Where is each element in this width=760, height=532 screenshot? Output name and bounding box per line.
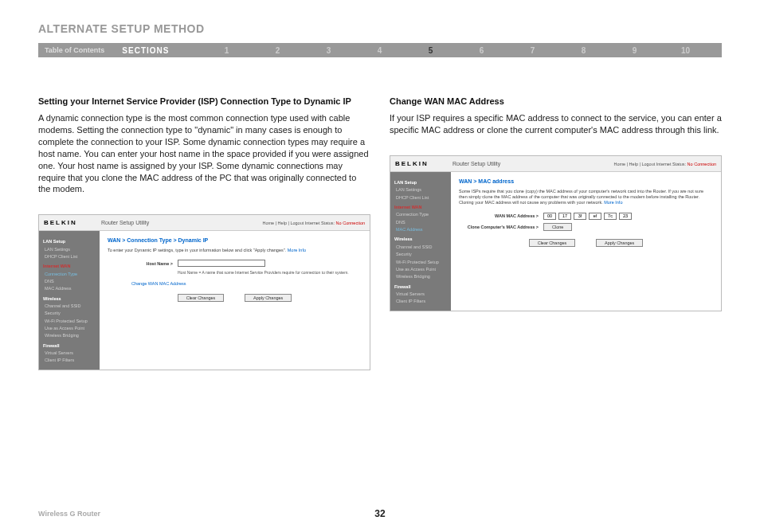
sb2-security[interactable]: Security	[394, 251, 447, 258]
status-no-connection: No Connection	[336, 221, 365, 225]
sb2-wps[interactable]: Wi-Fi Protected Setup	[394, 259, 447, 266]
more-info-link[interactable]: More Info	[288, 248, 306, 252]
sb-internet-wan[interactable]: Internet WAN	[43, 263, 96, 270]
sb-wireless[interactable]: Wireless	[43, 295, 96, 303]
sb2-use-as-ap[interactable]: Use as Access Point	[394, 266, 447, 273]
mac-0[interactable]	[543, 213, 556, 220]
nav-9[interactable]: 9	[609, 46, 660, 55]
sb-connection-type[interactable]: Connection Type	[43, 271, 96, 278]
nav-3[interactable]: 3	[303, 46, 354, 55]
right-body: If your ISP requires a specific MAC addr…	[390, 112, 722, 136]
nav-2[interactable]: 2	[252, 46, 303, 55]
sb-wps[interactable]: Wi-Fi Protected Setup	[43, 318, 96, 325]
top-links[interactable]: Home | Help | Logout Internet Status: No…	[262, 221, 365, 225]
breadcrumb-dynamic-ip: WAN > Connection Type > Dynamic IP	[108, 237, 362, 243]
mac-4[interactable]	[604, 213, 617, 220]
page-number: 32	[374, 508, 385, 519]
sb-firewall[interactable]: Firewall	[43, 342, 96, 350]
sb2-wireless[interactable]: Wireless	[394, 236, 447, 243]
change-wan-mac-link[interactable]: Change WAN MAC Address	[131, 281, 362, 286]
left-heading: Setting your Internet Service Provider (…	[38, 96, 370, 108]
top-links-text: Home | Help | Logout Internet Status:	[262, 221, 335, 225]
sb-use-as-ap[interactable]: Use as Access Point	[43, 325, 96, 332]
nav-5[interactable]: 5	[405, 46, 456, 55]
clear-changes-button[interactable]: Clear Changes	[178, 294, 225, 302]
sb-client-ip-filters[interactable]: Client IP Filters	[43, 357, 96, 364]
sb2-mac-address[interactable]: MAC Address	[394, 226, 447, 233]
sb-channel-ssid[interactable]: Channel and SSID	[43, 303, 96, 310]
nav-4[interactable]: 4	[354, 46, 405, 55]
screenshot-mac-address: BELKIN Router Setup Utility Home | Help …	[390, 155, 722, 311]
page-footer: Wireless G Router 32	[38, 510, 722, 518]
utility-title: Router Setup Utility	[101, 220, 262, 225]
clone-button[interactable]: Clone	[543, 223, 572, 231]
sb-virtual-servers[interactable]: Virtual Servers	[43, 350, 96, 357]
top-links-text-2: Home | Help | Logout Internet Status:	[613, 162, 686, 166]
brand-logo-2: BELKIN	[395, 160, 452, 167]
more-info-link-2[interactable]: More Info	[604, 200, 622, 205]
desc-dynamic-ip: To enter your Dynamic IP settings, type …	[108, 248, 362, 253]
sb2-lan-settings[interactable]: LAN Settings	[394, 186, 447, 194]
sb2-channel-ssid[interactable]: Channel and SSID	[394, 244, 447, 251]
sidebar-right: LAN Setup LAN Settings DHCP Client List …	[390, 172, 451, 311]
nav-1[interactable]: 1	[201, 46, 252, 55]
desc-mac-text: Some ISPs require that you clone (copy) …	[459, 189, 703, 205]
sb-security[interactable]: Security	[43, 310, 96, 317]
sb2-client-ip-filters[interactable]: Client IP Filters	[394, 298, 447, 305]
apply-changes-button[interactable]: Apply Changes	[245, 294, 292, 302]
page-title: ALTERNATE SETUP METHOD	[38, 22, 722, 35]
status-no-connection-2: No Connection	[688, 162, 716, 166]
desc-text: To enter your Dynamic IP settings, type …	[108, 248, 286, 252]
nav-6[interactable]: 6	[456, 46, 507, 55]
sb-lan-setup[interactable]: LAN Setup	[43, 238, 96, 245]
right-heading: Change WAN MAC Address	[390, 96, 722, 108]
sb2-dns[interactable]: DNS	[394, 219, 447, 226]
sb2-firewall[interactable]: Firewall	[394, 284, 447, 291]
nav-toc[interactable]: Table of Contents	[45, 46, 122, 54]
breadcrumb-mac: WAN > MAC address	[459, 178, 713, 184]
nav-7[interactable]: 7	[507, 46, 558, 55]
sb-lan-settings[interactable]: LAN Settings	[43, 246, 96, 253]
mac-2[interactable]	[574, 213, 586, 220]
sb-mac-address[interactable]: MAC Address	[43, 285, 96, 292]
mac-1[interactable]	[558, 213, 571, 220]
sb2-dhcp-client[interactable]: DHCP Client List	[394, 194, 447, 201]
sb-wireless-bridging[interactable]: Wireless Bridging	[43, 332, 96, 339]
nav-sections-label: SECTIONS	[122, 46, 201, 55]
hostname-label: Host Name >	[108, 261, 173, 266]
nav-8[interactable]: 8	[558, 46, 609, 55]
desc-mac: Some ISPs require that you clone (copy) …	[459, 189, 713, 205]
nav-10[interactable]: 10	[660, 46, 711, 55]
mac-5[interactable]	[619, 213, 632, 220]
brand-logo: BELKIN	[44, 219, 101, 226]
left-body: A dynamic connection type is the most co…	[38, 112, 370, 195]
mac-3[interactable]	[589, 213, 601, 220]
hostname-hint: Host Name = A name that some Internet Se…	[178, 270, 362, 275]
sb2-internet-wan[interactable]: Internet WAN	[394, 204, 447, 211]
clear-changes-button-2[interactable]: Clear Changes	[529, 239, 576, 247]
top-links-2[interactable]: Home | Help | Logout Internet Status: No…	[613, 162, 716, 166]
section-nav: Table of Contents SECTIONS 1 2 3 4 5 6 7…	[38, 43, 722, 57]
screenshot-dynamic-ip: BELKIN Router Setup Utility Home | Help …	[38, 214, 370, 370]
product-name: Wireless G Router	[38, 510, 100, 518]
sb2-connection-type[interactable]: Connection Type	[394, 211, 447, 218]
sb2-lan-setup[interactable]: LAN Setup	[394, 179, 447, 186]
hostname-input[interactable]	[178, 260, 265, 267]
wan-mac-label: WAN MAC Address >	[459, 213, 539, 218]
apply-changes-button-2[interactable]: Apply Changes	[596, 239, 643, 247]
sb2-virtual-servers[interactable]: Virtual Servers	[394, 291, 447, 298]
sb-dns[interactable]: DNS	[43, 278, 96, 285]
clone-label: Clone Computer's MAC Address >	[459, 225, 539, 229]
sb2-wireless-bridging[interactable]: Wireless Bridging	[394, 273, 447, 280]
sb-dhcp-client[interactable]: DHCP Client List	[43, 253, 96, 260]
sidebar-left: LAN Setup LAN Settings DHCP Client List …	[39, 231, 100, 370]
utility-title-2: Router Setup Utility	[452, 161, 613, 166]
